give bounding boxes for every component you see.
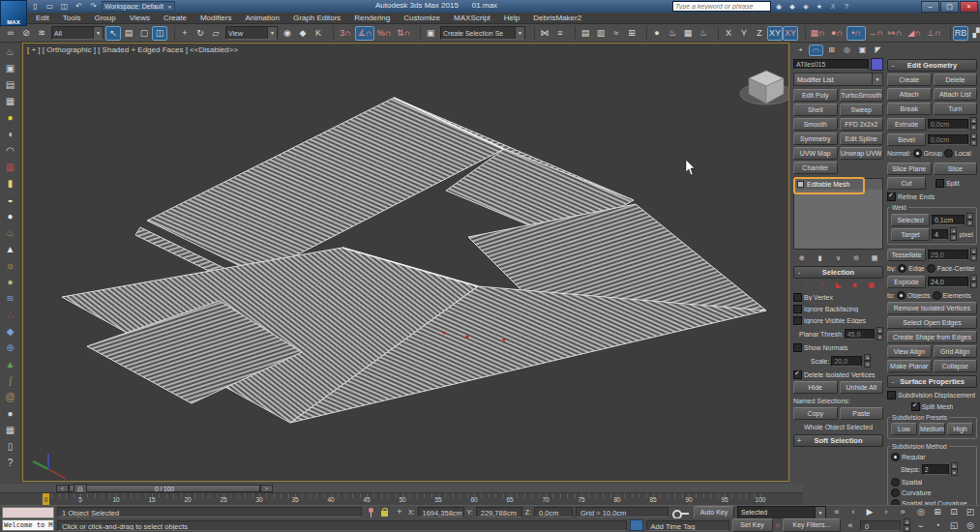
sphere-primitive-icon[interactable]: ● xyxy=(2,209,19,224)
help-circle-icon[interactable]: ? xyxy=(2,456,19,471)
hierarchy-tab-icon[interactable]: ⊞ xyxy=(824,44,839,56)
slice-button[interactable]: Slice xyxy=(934,163,978,175)
slice-plane-button[interactable]: Slice Plane xyxy=(887,163,932,175)
menu-animation[interactable]: Animation xyxy=(238,13,286,24)
previous-frame-arrow[interactable]: < xyxy=(56,485,69,492)
x-coordinate-field[interactable]: 1694,358cm xyxy=(418,507,464,517)
create-shape-from-edges-button[interactable]: Create Shape from Edges xyxy=(887,331,977,343)
viewport[interactable]: [ + ] [ Orthographic ] [ Shaded + Edged … xyxy=(22,43,789,482)
bevel-spinner[interactable]: ▴▾ xyxy=(970,133,977,146)
xy-snap-button[interactable]: XY xyxy=(783,26,798,41)
toggle-scene-explorer-icon[interactable]: ▤ xyxy=(578,26,593,41)
time-slider-handle[interactable]: 0 / 100 xyxy=(69,485,260,492)
configure-modifier-sets-icon[interactable]: ▦ xyxy=(868,252,881,263)
to-elements-radio[interactable] xyxy=(933,291,941,300)
gem-icon[interactable]: ◆ xyxy=(2,324,19,340)
favorites-icon[interactable]: ★ xyxy=(814,2,825,12)
next-frame-button[interactable]: › xyxy=(878,505,894,519)
steps-field[interactable]: 2 xyxy=(922,464,949,475)
modifier-set-edit-poly-button[interactable]: Edit Poly xyxy=(793,89,838,102)
by-edge-radio[interactable] xyxy=(898,264,906,273)
subscription-center-icon[interactable]: ◆ xyxy=(787,2,798,12)
cone-primitive-icon[interactable]: ▲ xyxy=(2,242,19,257)
modifier-set-uvw-map-button[interactable]: UVW Map xyxy=(793,147,838,160)
tree-icon[interactable]: ▲ xyxy=(2,357,19,372)
search-icon[interactable]: ◉ xyxy=(773,2,785,12)
current-frame-field[interactable]: 0 xyxy=(860,520,901,531)
paste-button[interactable]: Paste xyxy=(840,407,884,420)
reference-coordinate-dropdown[interactable]: View▼ xyxy=(225,26,278,40)
method-spatial-radio[interactable] xyxy=(891,478,900,487)
make-unique-icon[interactable]: ∨ xyxy=(832,252,846,263)
save-file-icon[interactable]: ◫ xyxy=(58,2,71,12)
application-menu-button[interactable]: MAX xyxy=(0,0,27,26)
select-by-name-icon[interactable]: ▤ xyxy=(121,26,136,41)
auto-key-button[interactable]: Auto Key xyxy=(694,506,734,519)
utilities-tab-icon[interactable]: ◤ xyxy=(871,44,885,56)
hide-button[interactable]: Hide xyxy=(793,381,838,394)
named-selection-sets-dropdown[interactable]: Create Selection Se▼ xyxy=(440,26,525,40)
menu-edit[interactable]: Edit xyxy=(29,13,56,24)
weld-target-field[interactable]: 4 xyxy=(932,229,948,240)
roof-model[interactable] xyxy=(62,98,766,423)
modifier-set-turbosmooth-button[interactable]: TurboSmooth xyxy=(840,89,884,102)
minimize-button[interactable]: – xyxy=(921,1,939,13)
by-vertex-checkbox[interactable] xyxy=(793,293,802,302)
menu-group[interactable]: Group xyxy=(87,13,122,24)
modifier-set-ffd-2x2x2-button[interactable]: FFD 2x2x2 xyxy=(840,118,884,131)
select-and-move-icon[interactable]: + xyxy=(177,26,193,41)
go-to-start-icon[interactable]: « xyxy=(844,518,857,532)
show-normals-checkbox[interactable] xyxy=(793,343,802,352)
sun-icon[interactable]: ☼ xyxy=(2,258,19,274)
modifier-set-shell-button[interactable]: Shell xyxy=(793,103,838,116)
snaps-toggle-3d-icon[interactable]: 3∩ xyxy=(336,26,355,41)
refine-ends-checkbox[interactable] xyxy=(887,192,896,201)
track-bar[interactable]: 0510152025303540455055606570758085909510… xyxy=(0,492,803,506)
endpoint-snap-icon[interactable]: →∩ xyxy=(866,26,885,41)
select-object-icon[interactable]: ↖ xyxy=(105,26,121,41)
select-and-manipulate-icon[interactable]: ◆ xyxy=(295,26,311,41)
go-to-end-button[interactable]: » xyxy=(895,505,910,519)
calculator-icon[interactable]: ▦ xyxy=(2,423,19,438)
show-end-result-icon[interactable]: ▮ xyxy=(814,252,827,263)
key-filters-button[interactable]: Key Filters... xyxy=(783,518,841,532)
planar-thresh-field[interactable]: 45,0 xyxy=(845,329,875,340)
autodesk-360-icon[interactable]: X xyxy=(827,2,839,12)
planar-thresh-spinner[interactable]: ▴▾ xyxy=(876,327,883,340)
spinner-snap-toggle-icon[interactable]: ⇅∩ xyxy=(394,26,413,41)
explode-spinner[interactable]: ▴▾ xyxy=(970,275,977,288)
transform-y-button[interactable]: Y xyxy=(736,26,752,41)
dome-primitive-icon[interactable]: ◒ xyxy=(2,192,19,208)
globe-icon[interactable]: ⊕ xyxy=(2,340,19,356)
method-regular-radio[interactable] xyxy=(891,453,900,461)
by-face-center-radio[interactable] xyxy=(927,264,935,273)
tessellate-button[interactable]: Tessellate xyxy=(887,249,926,261)
schematic-view-icon[interactable]: ⊞ xyxy=(624,26,639,41)
search-input[interactable] xyxy=(672,1,771,12)
grid-point-snap-icon[interactable]: ▦∩ xyxy=(808,26,827,41)
select-open-edges-button[interactable]: Select Open Edges xyxy=(887,316,977,329)
y-coordinate-field[interactable]: 229,788cm xyxy=(476,507,522,517)
modifier-set-edit-spline-button[interactable]: Edit Spline xyxy=(840,133,884,145)
face-snap-icon[interactable]: ◢∩ xyxy=(905,26,924,41)
modifier-set-sweep-button[interactable]: Sweep xyxy=(840,103,884,116)
stack-item-editable-mesh[interactable]: Editable Mesh xyxy=(794,179,882,190)
normal-snap-icon[interactable]: ⊥∩ xyxy=(924,26,943,41)
render-preview-icon[interactable]: ▣ xyxy=(2,61,19,76)
scale-field[interactable]: 20,0 xyxy=(831,356,862,367)
cut-button[interactable]: Cut xyxy=(887,177,926,190)
particles-icon[interactable]: ∴ xyxy=(2,308,19,323)
orbit-icon[interactable]: ◔ xyxy=(930,518,945,532)
communication-center-icon[interactable]: ◈ xyxy=(800,2,812,12)
polygon-mode-icon[interactable]: ■ xyxy=(849,281,861,290)
pivot-snap-icon[interactable]: ●∩ xyxy=(827,26,846,41)
modifier-set-symmetry-button[interactable]: Symmetry xyxy=(793,133,838,145)
viewport-canvas[interactable] xyxy=(23,44,788,481)
modify-tab-icon[interactable]: ◠ xyxy=(809,44,823,56)
attach-button[interactable]: Attach xyxy=(887,88,932,101)
preset-low-button[interactable]: Low xyxy=(891,423,917,435)
menu-help[interactable]: Help xyxy=(497,13,526,24)
transform-xy-button[interactable]: XY xyxy=(767,26,783,41)
split-mesh-checkbox[interactable] xyxy=(911,402,920,411)
delete-button[interactable]: Delete xyxy=(934,74,978,86)
